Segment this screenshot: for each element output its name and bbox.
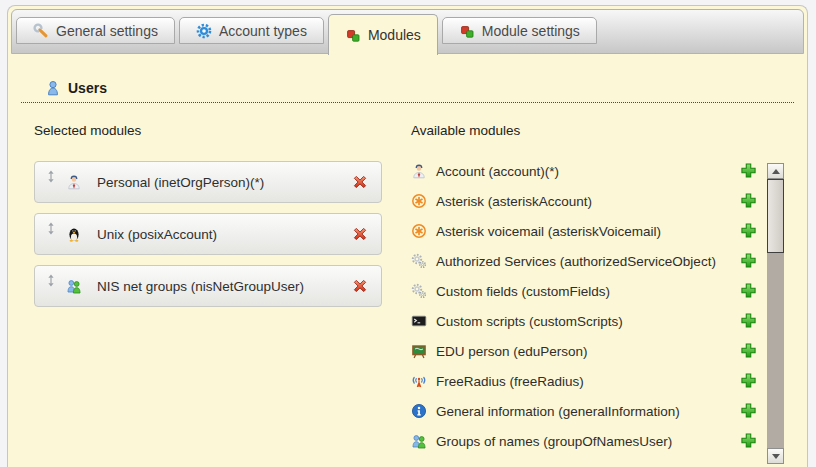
available-module-row: FreeRadius (freeRadius)	[411, 366, 757, 396]
module-label: Asterisk (asteriskAccount)	[436, 194, 592, 209]
available-module-row: Custom fields (customFields)	[411, 276, 757, 306]
available-modules-label: Available modules	[411, 123, 520, 138]
add-module-button[interactable]	[740, 222, 757, 239]
add-module-button[interactable]	[740, 252, 757, 269]
add-module-button[interactable]	[740, 402, 757, 419]
modules-icon	[459, 23, 475, 39]
module-label: NIS net groups (nisNetGroupUser)	[97, 279, 351, 294]
antenna-icon	[411, 373, 427, 389]
available-modules-list: Account (account)(*)Asterisk (asteriskAc…	[411, 156, 757, 456]
module-label: Account (account)(*)	[436, 164, 559, 179]
wrench-icon	[33, 23, 49, 39]
available-module-row: General information (generalInformation)	[411, 396, 757, 426]
gears-icon	[411, 253, 427, 269]
scrollbar[interactable]	[767, 163, 784, 464]
module-label: Personal (inetOrgPerson)(*)	[97, 175, 351, 190]
person-icon	[66, 174, 82, 190]
users-section-heading: Users	[21, 80, 794, 103]
tab-account-types[interactable]: Account types	[179, 17, 324, 44]
available-module-row: Asterisk (asteriskAccount)	[411, 186, 757, 216]
section-title: Users	[68, 80, 107, 96]
modules-icon	[345, 27, 361, 43]
module-label: General information (generalInformation)	[436, 404, 680, 419]
module-label: Authorized Services (authorizedServiceOb…	[436, 254, 716, 269]
chalkboard-icon	[411, 343, 427, 359]
module-label: Asterisk voicemail (asteriskVoicemail)	[436, 224, 661, 239]
add-module-button[interactable]	[740, 282, 757, 299]
selected-modules-label: Selected modules	[34, 123, 141, 138]
available-module-row: Asterisk voicemail (asteriskVoicemail)	[411, 216, 757, 246]
add-module-button[interactable]	[740, 432, 757, 449]
available-module-row: Account (account)(*)	[411, 156, 757, 186]
add-module-button[interactable]	[740, 312, 757, 329]
asterisk-icon	[411, 223, 427, 239]
pawns-icon	[411, 433, 427, 449]
selected-module-row: NIS net groups (nisNetGroupUser)	[34, 265, 382, 307]
drag-handle-icon[interactable]	[47, 169, 55, 182]
add-module-button[interactable]	[740, 162, 757, 179]
drag-handle-icon[interactable]	[47, 221, 55, 234]
terminal-icon	[411, 313, 427, 329]
tab-modules[interactable]: Modules	[328, 14, 438, 55]
tab-general-settings[interactable]: General settings	[16, 17, 175, 44]
module-label: Unix (posixAccount)	[97, 227, 351, 242]
remove-module-button[interactable]	[351, 277, 369, 295]
tab-label: Modules	[368, 27, 421, 43]
tab-label: General settings	[56, 23, 158, 39]
available-module-row: Groups of names (groupOfNamesUser)	[411, 426, 757, 456]
gears-icon	[411, 283, 427, 299]
add-module-button[interactable]	[740, 342, 757, 359]
pawns-icon	[66, 278, 82, 294]
module-label: EDU person (eduPerson)	[436, 344, 588, 359]
arrow-up-icon	[772, 169, 780, 174]
gear-icon	[196, 23, 212, 39]
scroll-up-button[interactable]	[767, 163, 784, 179]
info-icon	[411, 403, 427, 419]
remove-module-button[interactable]	[351, 225, 369, 243]
config-panel: General settingsAccount typesModulesModu…	[7, 5, 808, 467]
module-label: Custom fields (customFields)	[436, 284, 610, 299]
module-label: Custom scripts (customScripts)	[436, 314, 623, 329]
scroll-thumb[interactable]	[767, 179, 784, 253]
remove-module-button[interactable]	[351, 173, 369, 191]
selected-module-row: Unix (posixAccount)	[34, 213, 382, 255]
tab-label: Account types	[219, 23, 307, 39]
module-label: Groups of names (groupOfNamesUser)	[436, 434, 672, 449]
arrow-down-icon	[772, 454, 780, 459]
add-module-button[interactable]	[740, 372, 757, 389]
available-module-row: Custom scripts (customScripts)	[411, 306, 757, 336]
person-icon	[411, 163, 427, 179]
tab-label: Module settings	[482, 23, 580, 39]
selected-module-row: Personal (inetOrgPerson)(*)	[34, 161, 382, 203]
add-module-button[interactable]	[740, 192, 757, 209]
available-module-row: EDU person (eduPerson)	[411, 336, 757, 366]
drag-handle-icon[interactable]	[47, 273, 55, 286]
tux-icon	[66, 226, 82, 242]
module-label: FreeRadius (freeRadius)	[436, 374, 584, 389]
asterisk-icon	[411, 193, 427, 209]
users-icon	[45, 80, 61, 96]
tab-module-settings[interactable]: Module settings	[442, 17, 597, 44]
tab-bar: General settingsAccount typesModulesModu…	[11, 9, 804, 54]
selected-modules-list: Personal (inetOrgPerson)(*)Unix (posixAc…	[34, 161, 382, 307]
scroll-down-button[interactable]	[767, 448, 784, 464]
available-module-row: Authorized Services (authorizedServiceOb…	[411, 246, 757, 276]
